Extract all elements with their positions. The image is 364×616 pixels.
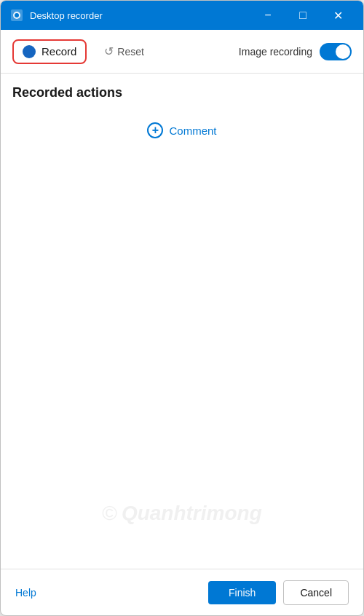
reset-button[interactable]: ↺ Reset bbox=[98, 42, 150, 61]
image-recording-label: Image recording bbox=[239, 46, 312, 58]
minimize-button[interactable]: − bbox=[251, 4, 285, 27]
close-button[interactable]: ✕ bbox=[321, 4, 355, 27]
add-icon: + bbox=[147, 122, 163, 138]
record-button[interactable]: Record bbox=[20, 44, 79, 60]
record-label: Record bbox=[41, 45, 76, 58]
reset-icon: ↺ bbox=[104, 44, 114, 58]
section-title: Recorded actions bbox=[12, 85, 352, 100]
app-icon bbox=[9, 8, 24, 23]
reset-label: Reset bbox=[117, 46, 144, 58]
main-content: Recorded actions + Comment © Quanhtrimon… bbox=[1, 74, 363, 569]
watermark-text: Quanhtrimong bbox=[122, 502, 262, 525]
title-bar: Desktop recorder − □ ✕ bbox=[1, 1, 363, 30]
record-dot-icon bbox=[23, 45, 36, 58]
footer: Help Finish Cancel bbox=[1, 569, 363, 615]
window-title: Desktop recorder bbox=[30, 10, 251, 21]
add-comment-button[interactable]: + Comment bbox=[12, 118, 352, 143]
watermark-icon: © bbox=[102, 502, 117, 525]
image-recording-toggle[interactable] bbox=[320, 43, 352, 60]
desktop-recorder-window: Desktop recorder − □ ✕ Record ↺ Reset Im… bbox=[0, 0, 364, 616]
cancel-button[interactable]: Cancel bbox=[283, 580, 349, 605]
toolbar: Record ↺ Reset Image recording bbox=[1, 30, 363, 74]
add-comment-label: Comment bbox=[169, 125, 216, 137]
record-button-wrapper: Record bbox=[12, 39, 87, 64]
svg-point-2 bbox=[15, 13, 19, 17]
finish-button[interactable]: Finish bbox=[208, 581, 276, 604]
maximize-button[interactable]: □ bbox=[286, 4, 320, 27]
help-button[interactable]: Help bbox=[15, 587, 36, 599]
watermark: © Quanhtrimong bbox=[102, 502, 262, 525]
window-controls: − □ ✕ bbox=[251, 4, 355, 27]
